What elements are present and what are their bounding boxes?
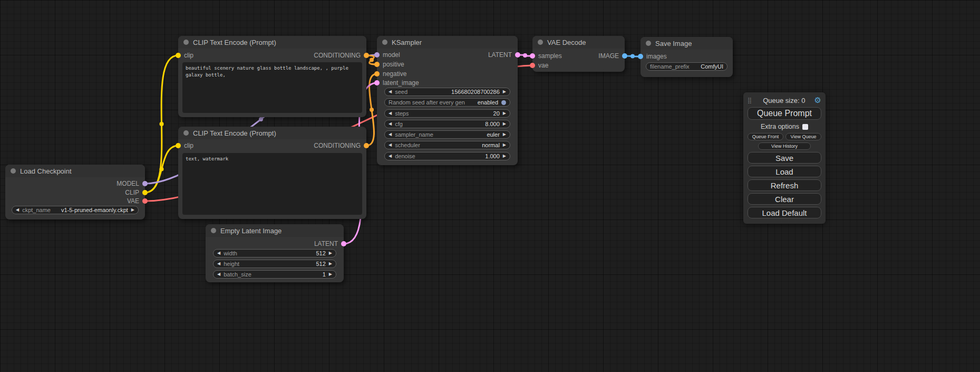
increment-arrow-icon[interactable]: ▶ bbox=[329, 262, 332, 266]
node-titlebar[interactable]: CLIP Text Encode (Prompt) bbox=[178, 127, 366, 139]
input-slot-images[interactable]: images bbox=[638, 53, 667, 60]
collapse-dot[interactable] bbox=[211, 228, 216, 233]
node-clip-text-encode-negative[interactable]: CLIP Text Encode (Prompt) clip CONDITION… bbox=[178, 127, 366, 219]
input-slot-clip[interactable]: clip bbox=[176, 52, 193, 59]
input-slot-samples[interactable]: samples bbox=[530, 53, 562, 59]
increment-arrow-icon[interactable]: ▶ bbox=[503, 90, 506, 94]
decrement-arrow-icon[interactable]: ◀ bbox=[16, 208, 19, 212]
node-titlebar[interactable]: Save Image bbox=[641, 37, 733, 50]
output-slot-image[interactable]: IMAGE bbox=[598, 53, 627, 59]
node-titlebar[interactable]: KSampler bbox=[377, 36, 518, 49]
input-slot-clip[interactable]: clip bbox=[176, 142, 193, 149]
widget-denoise[interactable]: ◀ denoise 1.000 ▶ bbox=[384, 152, 510, 160]
output-slot-latent[interactable]: LATENT bbox=[314, 241, 346, 247]
decrement-arrow-icon[interactable]: ◀ bbox=[389, 111, 392, 116]
save-button[interactable]: Save bbox=[748, 152, 821, 164]
node-titlebar[interactable]: Load Checkpoint bbox=[5, 165, 145, 177]
output-slot-clip[interactable]: CLIP bbox=[125, 189, 148, 196]
slot-dot-conditioning[interactable] bbox=[374, 62, 380, 67]
slot-dot-model[interactable] bbox=[142, 181, 148, 186]
node-titlebar[interactable]: CLIP Text Encode (Prompt) bbox=[178, 36, 366, 49]
widget-height[interactable]: ◀ height 512 ▶ bbox=[213, 260, 336, 268]
slot-dot-latent[interactable] bbox=[515, 52, 520, 58]
drag-handle-icon[interactable]: ⣿ bbox=[748, 97, 752, 104]
widget-sampler-name[interactable]: ◀ sampler_name euler ▶ bbox=[384, 130, 510, 139]
queue-prompt-button[interactable]: Queue Prompt bbox=[748, 107, 821, 120]
increment-arrow-icon[interactable]: ▶ bbox=[503, 132, 506, 137]
slot-dot-model[interactable] bbox=[374, 52, 380, 58]
widget-batch-size[interactable]: ◀ batch_size 1 ▶ bbox=[213, 270, 336, 279]
decrement-arrow-icon[interactable]: ◀ bbox=[217, 251, 220, 255]
widget-width[interactable]: ◀ width 512 ▶ bbox=[213, 249, 336, 257]
slot-dot-image[interactable] bbox=[638, 54, 643, 59]
load-button[interactable]: Load bbox=[748, 166, 821, 177]
output-slot-latent[interactable]: LATENT bbox=[488, 52, 520, 58]
widget-steps[interactable]: ◀ steps 20 ▶ bbox=[384, 109, 510, 118]
increment-arrow-icon[interactable]: ▶ bbox=[503, 122, 506, 126]
input-slot-positive[interactable]: positive bbox=[374, 61, 404, 68]
settings-gear-icon[interactable]: ⚙ bbox=[814, 96, 821, 105]
slot-dot-conditioning[interactable] bbox=[374, 71, 380, 77]
slot-dot-conditioning[interactable] bbox=[364, 143, 369, 148]
collapse-dot[interactable] bbox=[538, 40, 543, 45]
decrement-arrow-icon[interactable]: ◀ bbox=[217, 262, 220, 266]
widget-filename-prefix[interactable]: filename_prefix ComfyUI bbox=[646, 62, 727, 71]
node-save-image[interactable]: Save Image images filename_prefix ComfyU… bbox=[641, 37, 733, 77]
node-ksampler[interactable]: KSampler model positive negative latent_… bbox=[377, 36, 518, 165]
decrement-arrow-icon[interactable]: ◀ bbox=[389, 90, 392, 94]
prompt-textarea[interactable]: beautiful scenery nature glass bottle la… bbox=[182, 62, 362, 113]
input-slot-model[interactable]: model bbox=[374, 52, 400, 58]
increment-arrow-icon[interactable]: ▶ bbox=[503, 111, 506, 116]
decrement-arrow-icon[interactable]: ◀ bbox=[389, 132, 392, 137]
comfyui-canvas[interactable]: { "graph": { "nodes": { "load_checkpoint… bbox=[0, 0, 980, 372]
slot-dot-clip[interactable] bbox=[176, 53, 181, 58]
node-clip-text-encode-positive[interactable]: CLIP Text Encode (Prompt) clip CONDITION… bbox=[178, 36, 366, 117]
clear-button[interactable]: Clear bbox=[748, 193, 821, 205]
output-slot-conditioning[interactable]: CONDITIONING bbox=[314, 52, 369, 59]
view-history-button[interactable]: View History bbox=[758, 142, 811, 150]
slot-dot-conditioning[interactable] bbox=[364, 53, 369, 58]
slot-dot-vae[interactable] bbox=[530, 63, 535, 68]
increment-arrow-icon[interactable]: ▶ bbox=[329, 251, 332, 255]
widget-seed[interactable]: ◀ seed 156680208700286 ▶ bbox=[384, 88, 510, 96]
slot-dot-image[interactable] bbox=[622, 53, 627, 59]
extra-options-checkbox[interactable] bbox=[802, 124, 808, 130]
widget-scheduler[interactable]: ◀ scheduler normal ▶ bbox=[384, 141, 510, 149]
toggle-on-dot[interactable] bbox=[501, 100, 506, 105]
slot-dot-clip[interactable] bbox=[142, 190, 148, 195]
collapse-dot[interactable] bbox=[11, 168, 16, 174]
slot-dot-vae[interactable] bbox=[142, 198, 148, 204]
refresh-button[interactable]: Refresh bbox=[748, 179, 821, 191]
increment-arrow-icon[interactable]: ▶ bbox=[503, 143, 506, 147]
input-slot-vae[interactable]: vae bbox=[530, 62, 548, 69]
queue-front-button[interactable]: Queue Front bbox=[748, 133, 783, 140]
slot-dot-latent[interactable] bbox=[341, 241, 346, 246]
collapse-dot[interactable] bbox=[183, 130, 189, 136]
decrement-arrow-icon[interactable]: ◀ bbox=[389, 143, 392, 147]
output-slot-conditioning[interactable]: CONDITIONING bbox=[314, 142, 369, 149]
decrement-arrow-icon[interactable]: ◀ bbox=[217, 272, 220, 276]
slot-dot-clip[interactable] bbox=[176, 143, 181, 148]
collapse-dot[interactable] bbox=[646, 41, 651, 46]
output-slot-model[interactable]: MODEL bbox=[117, 180, 148, 187]
widget-cfg[interactable]: ◀ cfg 8.000 ▶ bbox=[384, 120, 510, 128]
collapse-dot[interactable] bbox=[382, 40, 387, 45]
node-empty-latent-image[interactable]: Empty Latent Image LATENT ◀ width 512 ▶ … bbox=[206, 224, 344, 282]
slot-dot-latent[interactable] bbox=[530, 53, 535, 59]
node-titlebar[interactable]: VAE Decode bbox=[532, 36, 625, 49]
node-vae-decode[interactable]: VAE Decode samples vae IMAGE bbox=[532, 36, 625, 72]
load-default-button[interactable]: Load Default bbox=[748, 207, 821, 218]
widget-ckpt-name[interactable]: ◀ ckpt_name v1-5-pruned-emaonly.ckpt ▶ bbox=[12, 206, 139, 214]
prompt-textarea[interactable]: text, watermark bbox=[182, 153, 362, 215]
node-load-checkpoint[interactable]: Load Checkpoint MODEL CLIP VAE ◀ ckpt_na… bbox=[5, 165, 145, 220]
increment-arrow-icon[interactable]: ▶ bbox=[131, 208, 134, 212]
slot-dot-latent[interactable] bbox=[374, 80, 380, 85]
node-titlebar[interactable]: Empty Latent Image bbox=[206, 224, 344, 237]
output-slot-vae[interactable]: VAE bbox=[127, 198, 148, 204]
collapse-dot[interactable] bbox=[183, 40, 189, 45]
increment-arrow-icon[interactable]: ▶ bbox=[503, 154, 506, 158]
view-queue-button[interactable]: View Queue bbox=[785, 133, 821, 140]
input-slot-latent-image[interactable]: latent_image bbox=[374, 80, 419, 86]
decrement-arrow-icon[interactable]: ◀ bbox=[389, 122, 392, 126]
increment-arrow-icon[interactable]: ▶ bbox=[329, 272, 332, 276]
